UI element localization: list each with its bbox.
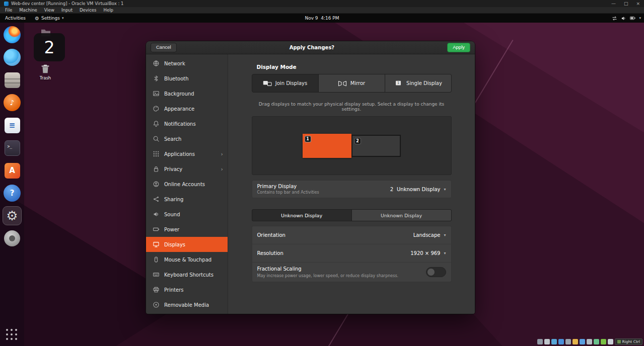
primary-display-number: 2 bbox=[390, 187, 393, 192]
join-displays-button[interactable]: Join Displays bbox=[252, 74, 318, 92]
resolution-row[interactable]: Resolution 1920 × 969 ▾ bbox=[252, 244, 451, 263]
menu-help[interactable]: Help bbox=[100, 8, 117, 13]
menu-devices[interactable]: Devices bbox=[76, 8, 100, 13]
apply-button[interactable]: Apply bbox=[447, 43, 470, 52]
menu-file[interactable]: File bbox=[2, 8, 16, 13]
sidebar-item-privacy[interactable]: Privacy › bbox=[146, 161, 228, 177]
app-menu-settings[interactable]: ⚙ Settings ▾ bbox=[31, 16, 67, 21]
sidebar-item-notifications[interactable]: Notifications bbox=[146, 116, 228, 131]
battery-icon bbox=[630, 16, 635, 21]
sidebar-item-appearance[interactable]: Appearance bbox=[146, 101, 228, 116]
sidebar-item-mouse-touchpad[interactable]: Mouse & Touchpad bbox=[146, 252, 228, 267]
system-status-area[interactable]: ▾ bbox=[612, 14, 641, 23]
sidebar-item-displays[interactable]: Displays bbox=[146, 237, 228, 252]
monitor-2[interactable]: 2 bbox=[351, 135, 401, 157]
single-display-button[interactable]: 1 Single Display bbox=[385, 74, 451, 92]
display-mode-heading: Display Mode bbox=[257, 64, 452, 70]
dock-item-files[interactable] bbox=[3, 71, 21, 89]
sidebar-item-label: Sound bbox=[164, 212, 180, 217]
sidebar-item-label: Online Accounts bbox=[164, 182, 205, 187]
dock-item-terminal[interactable]: >_ bbox=[3, 139, 21, 157]
dock-item-libreoffice-writer[interactable]: ≡ bbox=[3, 116, 21, 134]
dock-item-utility[interactable] bbox=[3, 229, 21, 247]
minimize-button[interactable]: — bbox=[611, 2, 616, 6]
resolution-label: Resolution bbox=[257, 250, 283, 256]
sidebar-item-label: Displays bbox=[164, 242, 185, 247]
dock-item-thunderbird[interactable] bbox=[3, 48, 21, 66]
orientation-row[interactable]: Orientation Landscape ▾ bbox=[252, 226, 451, 244]
orientation-dropdown[interactable]: Landscape ▾ bbox=[413, 232, 446, 238]
sidebar-item-applications[interactable]: Applications › bbox=[146, 146, 228, 161]
dock-item-ubuntu-software[interactable]: A bbox=[3, 161, 21, 180]
display-arrangement-area: 1 2 bbox=[252, 116, 452, 175]
keyboard-status-icon[interactable] bbox=[608, 339, 613, 344]
headerbar: Cancel Apply Changes? Apply bbox=[146, 41, 475, 54]
optical-disk-status-icon[interactable] bbox=[544, 339, 550, 344]
fractional-scaling-toggle[interactable] bbox=[426, 267, 446, 277]
mirror-button[interactable]: Mirror bbox=[319, 74, 385, 92]
sidebar-item-online-accounts[interactable]: Online Accounts bbox=[146, 177, 228, 192]
virtualbox-window: Web-dev center [Running] - Oracle VM Vir… bbox=[0, 0, 644, 346]
firefox-icon bbox=[4, 26, 21, 43]
mouse-integration-status-icon[interactable] bbox=[601, 339, 606, 344]
sidebar-item-network[interactable]: Network bbox=[146, 56, 228, 71]
primary-display-label: Primary Display bbox=[257, 184, 319, 189]
dock-item-rhythmbox[interactable]: ♪ bbox=[3, 94, 21, 112]
display-status-icon[interactable] bbox=[580, 339, 585, 344]
vbox-menubar: File Machine View Input Devices Help bbox=[0, 7, 644, 14]
sidebar-item-printers[interactable]: Printers bbox=[146, 282, 228, 297]
toggle-knob bbox=[427, 269, 435, 276]
mode-button-label: Join Displays bbox=[275, 80, 307, 86]
clock-button[interactable]: Nov 9 4:16 PM bbox=[305, 16, 339, 21]
primary-display-row[interactable]: Primary Display Contains top bar and Act… bbox=[252, 180, 452, 198]
lens-icon bbox=[9, 235, 15, 241]
volume-icon bbox=[621, 16, 626, 21]
rhythmbox-icon: ♪ bbox=[4, 94, 21, 111]
hard-disk-status-icon[interactable] bbox=[537, 339, 543, 344]
thunderbird-icon bbox=[4, 49, 21, 66]
maximize-button[interactable]: □ bbox=[624, 2, 628, 6]
settings-gear-icon: ⚙ bbox=[6, 209, 18, 222]
sidebar-item-sharing[interactable]: Sharing bbox=[146, 192, 228, 207]
menu-input[interactable]: Input bbox=[58, 8, 76, 13]
menu-view[interactable]: View bbox=[41, 8, 58, 13]
network-icon bbox=[612, 16, 617, 21]
sidebar-item-label: Sharing bbox=[164, 197, 183, 202]
single-display-icon: 1 bbox=[394, 80, 403, 87]
display-tab-1[interactable]: Unknown Display bbox=[252, 210, 351, 221]
dock-item-settings[interactable]: ⚙ bbox=[3, 207, 21, 225]
shared-folders-status-icon[interactable] bbox=[573, 339, 578, 344]
display-tab-2[interactable]: Unknown Display bbox=[352, 210, 451, 221]
orientation-value: Landscape bbox=[413, 232, 441, 238]
primary-display-dropdown[interactable]: 2 Unknown Display ▾ bbox=[390, 187, 446, 192]
appearance-icon bbox=[153, 105, 160, 112]
activities-button[interactable]: Activities bbox=[0, 16, 31, 21]
trash-label: Trash bbox=[40, 75, 51, 80]
sidebar-item-label: Notifications bbox=[164, 121, 196, 127]
close-button[interactable]: × bbox=[636, 2, 640, 6]
fractional-scaling-row: Fractional Scaling May increase power us… bbox=[252, 263, 451, 282]
sidebar-item-removable-media[interactable]: Removable Media bbox=[146, 297, 228, 312]
show-applications-button[interactable] bbox=[6, 329, 18, 341]
sidebar-item-search[interactable]: Search bbox=[146, 131, 228, 146]
audio-status-icon[interactable] bbox=[551, 339, 557, 344]
sidebar-item-background[interactable]: Background bbox=[146, 86, 228, 101]
sidebar-item-sound[interactable]: Sound bbox=[146, 207, 228, 222]
sidebar-item-keyboard-shortcuts[interactable]: Keyboard Shortcuts bbox=[146, 267, 228, 282]
share-nodes-icon bbox=[153, 196, 160, 203]
features-status-icon[interactable] bbox=[594, 339, 599, 344]
virtualbox-logo-icon bbox=[4, 2, 9, 6]
lock-icon bbox=[153, 165, 160, 172]
cancel-button[interactable]: Cancel bbox=[151, 43, 177, 52]
monitor-1[interactable]: 1 bbox=[303, 134, 351, 158]
usb-status-icon[interactable] bbox=[565, 339, 571, 344]
sidebar-item-bluetooth[interactable]: Bluetooth bbox=[146, 71, 228, 86]
menu-machine[interactable]: Machine bbox=[16, 8, 41, 13]
dock-item-help[interactable]: ? bbox=[3, 184, 21, 202]
sidebar-item-power[interactable]: Power bbox=[146, 222, 228, 237]
network-status-icon[interactable] bbox=[558, 339, 564, 344]
trash-desktop-icon[interactable]: Trash bbox=[34, 63, 56, 80]
recording-status-icon[interactable] bbox=[587, 339, 592, 344]
dock-item-firefox[interactable] bbox=[3, 26, 21, 44]
resolution-dropdown[interactable]: 1920 × 969 ▾ bbox=[410, 250, 446, 256]
